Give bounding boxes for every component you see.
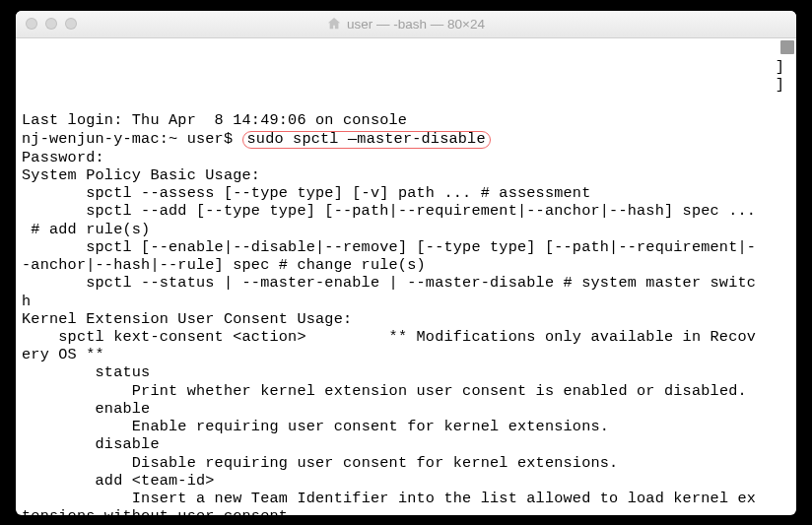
bracket-icon: ]	[776, 58, 784, 76]
terminal-line: spctl --add [--type type] [--path|--requ…	[22, 202, 790, 220]
terminal-line: Kernel Extension User Consent Usage:	[22, 310, 790, 328]
terminal-window: user — -bash — 80×24 ] ] Last login: Thu…	[16, 11, 796, 515]
terminal-line: System Policy Basic Usage:	[22, 166, 790, 184]
zoom-button[interactable]	[65, 18, 77, 30]
terminal-line: -anchor|--hash|--rule] spec # change rul…	[22, 256, 790, 274]
terminal-line: add <team-id>	[22, 472, 790, 490]
terminal-line: Insert a new Team Identifier into the li…	[22, 490, 790, 507]
terminal-line: spctl --status | --master-enable | --mas…	[22, 274, 790, 292]
terminal-line: Enable requiring user consent for kernel…	[22, 418, 790, 435]
bracket-icon: ]	[776, 76, 784, 94]
terminal-line: spctl [--enable|--disable|--remove] [--t…	[22, 238, 790, 256]
terminal-line: status	[22, 363, 790, 381]
terminal-line: nj-wenjun-y-mac:~ user$ sudo spctl —mast…	[22, 130, 790, 149]
terminal-line: enable	[22, 400, 790, 418]
terminal-line: Print whether kernel extension user cons…	[22, 382, 790, 400]
prompt-text: nj-wenjun-y-mac:~ user$	[22, 130, 242, 148]
close-button[interactable]	[26, 18, 37, 30]
terminal-line: tensions without user consent.	[22, 507, 790, 514]
terminal-line: disable	[22, 435, 790, 453]
titlebar: user — -bash — 80×24	[16, 11, 796, 38]
window-title-text: user — -bash — 80×24	[347, 17, 485, 32]
scroll-indicator[interactable]	[780, 40, 794, 54]
highlighted-command: sudo spctl —master-disable	[242, 131, 491, 149]
terminal-line: Password:	[22, 149, 790, 166]
window-title: user — -bash — 80×24	[327, 17, 485, 32]
terminal-line: spctl --assess [--type type] [-v] path .…	[22, 184, 790, 202]
traffic-lights	[26, 18, 77, 30]
minimize-button[interactable]	[45, 18, 57, 30]
terminal-content[interactable]: ] ] Last login: Thu Apr 8 14:49:06 on co…	[16, 38, 796, 515]
terminal-line: # add rule(s)	[22, 221, 790, 238]
terminal-line: ery OS **	[22, 346, 790, 363]
home-icon	[327, 17, 341, 31]
terminal-line: h	[22, 293, 790, 310]
terminal-line: Last login: Thu Apr 8 14:49:06 on consol…	[22, 111, 790, 129]
terminal-line: Disable requiring user consent for kerne…	[22, 454, 790, 472]
terminal-line: spctl kext-consent <action> ** Modificat…	[22, 328, 790, 346]
